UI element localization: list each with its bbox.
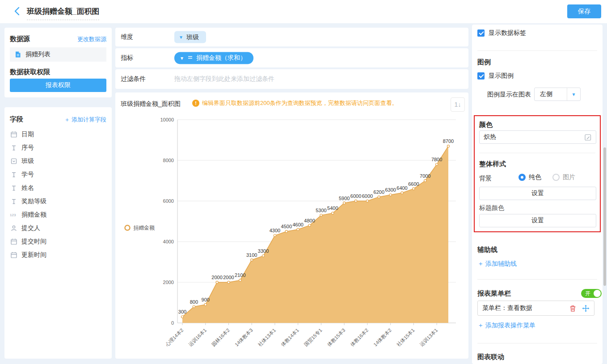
y-tick-label: 4000	[163, 239, 174, 244]
dimension-value: 班级	[186, 33, 199, 41]
text-icon	[10, 171, 17, 178]
chart-point	[320, 214, 322, 216]
x-tick-label: 运训16本1	[187, 327, 207, 347]
chart-point	[262, 255, 264, 257]
data-label: 3300	[258, 248, 269, 254]
dimension-label: 维度	[121, 33, 133, 41]
fields-title: 字段	[10, 115, 23, 124]
add-calc-field-link[interactable]: ＋ 添加计算字段	[64, 116, 106, 124]
datasource-item[interactable]: 捐赠列表	[10, 47, 106, 62]
x-tick-label: 14体教本2	[372, 327, 392, 347]
bg-image-radio-row[interactable]: 图片	[552, 173, 575, 181]
field-item[interactable]: 123捐赠金额	[10, 208, 106, 222]
page-title: 班级捐赠金额_面积图	[27, 6, 99, 20]
chart-point	[239, 279, 241, 281]
area-chart[interactable]: 0200040006000800010000300800900200020002…	[115, 115, 468, 359]
datasource-name: 捐赠列表	[25, 50, 51, 59]
radio-unselected-icon[interactable]	[552, 174, 560, 181]
checkbox-checked-icon[interactable]	[477, 29, 485, 37]
change-datasource-link[interactable]: 更改数据源	[77, 35, 106, 43]
x-tick-label: 社体15本1	[396, 327, 416, 347]
chart-point	[436, 163, 438, 166]
divider	[477, 343, 597, 343]
data-label: 8700	[443, 138, 454, 144]
checkbox-checked-icon[interactable]	[477, 72, 485, 79]
data-label: 6000	[362, 193, 373, 199]
calendar-icon	[10, 251, 17, 259]
add-report-menu-link[interactable]: ＋ 添加报表操作菜单	[477, 322, 535, 330]
bg-solid-label: 纯色	[529, 173, 541, 181]
show-data-label-checkbox-row[interactable]: 显示数据标签	[477, 29, 526, 37]
color-section-title: 颜色	[479, 121, 493, 129]
report-permission-button[interactable]: 报表权限	[10, 79, 106, 92]
x-tick-label: 14体教本3	[234, 327, 254, 347]
menubar-item[interactable]: 菜单栏：查看数据	[477, 301, 594, 316]
back-button[interactable]	[13, 6, 22, 16]
bg-solid-radio-row[interactable]: 纯色	[518, 173, 541, 181]
data-label: 3100	[246, 252, 257, 258]
svg-text:123: 123	[10, 213, 16, 217]
dimension-tag[interactable]: ▼ 班级	[174, 31, 206, 43]
y-tick-label: 8000	[163, 158, 174, 163]
plus-icon: ＋	[477, 322, 484, 329]
field-label: 序号	[21, 144, 34, 152]
scrollbar-thumb[interactable]	[603, 147, 606, 286]
field-item[interactable]: 班级	[10, 155, 106, 168]
move-icon[interactable]	[582, 305, 590, 312]
color-theme-input[interactable]: 炽热	[479, 130, 596, 144]
field-label: 日期	[21, 130, 34, 138]
data-label: 7800	[431, 157, 442, 162]
data-label: 6200	[374, 189, 384, 195]
data-label: 6400	[396, 185, 407, 191]
sort-icon: 1↓	[455, 101, 461, 108]
warning-text: 编辑界面只取数据源前200条作为查询数据预览，完整数据请访问页面查看。	[202, 99, 398, 107]
x-tick-label: 社体13本1	[257, 327, 277, 347]
data-label: 5400	[327, 205, 338, 211]
add-guide-line-link[interactable]: ＋ 添加辅助线	[477, 260, 517, 268]
field-item[interactable]: 提交人	[10, 222, 106, 235]
metric-tag[interactable]: ▼ 捐赠金额（求和）	[174, 52, 253, 64]
trash-icon[interactable]	[569, 305, 577, 312]
field-item[interactable]: 日期	[10, 128, 106, 141]
calendar-icon	[10, 238, 17, 245]
chart-title: 班级捐赠金额_面积图	[121, 100, 181, 108]
text-icon	[10, 184, 17, 192]
select-icon	[10, 158, 17, 165]
person-icon	[10, 225, 17, 232]
chart-point	[181, 316, 183, 318]
datasource-panel: 数据源 更改数据源 捐赠列表 数据获取权限 报表权限	[4, 28, 112, 97]
chart-point	[204, 303, 207, 305]
field-item[interactable]: 序号	[10, 141, 106, 155]
field-item[interactable]: 奖励等级	[10, 195, 106, 208]
show-legend-checkbox-row[interactable]: 显示图例	[477, 72, 514, 80]
add-calc-field-label: 添加计算字段	[72, 116, 106, 123]
data-label: 4500	[281, 224, 292, 229]
title-color-set-button[interactable]: 设置	[479, 214, 596, 227]
divider	[477, 50, 597, 51]
background-label: 背景	[479, 175, 492, 183]
chart-point	[447, 145, 449, 147]
background-set-button[interactable]: 设置	[479, 187, 596, 200]
edit-icon[interactable]	[584, 134, 592, 141]
radio-selected-icon[interactable]	[518, 174, 526, 181]
field-item[interactable]: 学号	[10, 168, 106, 181]
filter-row[interactable]: 过滤条件 拖动左侧字段到此处来添加过滤条件	[115, 69, 468, 89]
chart-point	[389, 194, 392, 196]
save-button[interactable]: 保存	[567, 4, 601, 18]
settings-panel: 显示数据标签 图例 显示图例 图例显示在图表 左侧 ▼ 颜色 炽热 整体样式 背…	[472, 25, 603, 364]
chart-point	[413, 188, 415, 190]
chart-point	[424, 180, 426, 182]
chart-point	[366, 200, 368, 202]
field-item[interactable]: 姓名	[10, 181, 106, 195]
legend-position-select[interactable]: 左侧 ▼	[534, 88, 581, 101]
chevron-down-icon: ▼	[179, 35, 183, 40]
dimension-row: 维度 ▼ 班级	[115, 28, 468, 46]
menubar-toggle-on[interactable]: 开	[581, 289, 602, 298]
field-item[interactable]: 提交时间	[10, 235, 106, 248]
chevron-down-icon: ▼	[567, 88, 580, 100]
field-item[interactable]: 更新时间	[10, 248, 106, 262]
sort-button[interactable]: 1↓	[451, 97, 465, 112]
chart-point	[401, 192, 403, 194]
data-label: 7000	[420, 173, 430, 179]
legend-marker-icon	[125, 226, 130, 230]
